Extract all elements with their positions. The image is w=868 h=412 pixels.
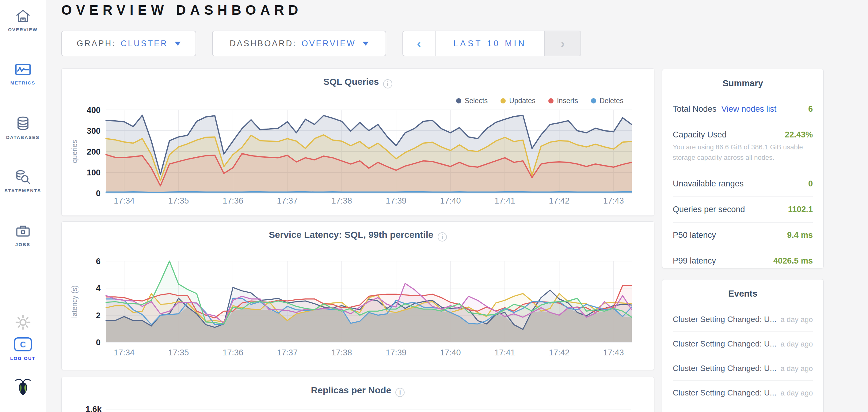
dashboard-dropdown-label: DASHBOARD: <box>229 39 297 48</box>
event-row: Cluster Setting Changed: U...a day ago <box>673 307 813 332</box>
svg-text:17:37: 17:37 <box>277 348 298 357</box>
settings-gear-icon[interactable] <box>0 315 46 330</box>
sidebar-item-label: OVERVIEW <box>8 27 38 32</box>
events-panel: Events Cluster Setting Changed: U...a da… <box>662 279 824 412</box>
events-title: Events <box>673 279 813 299</box>
legend-item-deletes: Deletes <box>591 97 623 105</box>
event-time: a day ago <box>781 364 813 373</box>
summary-row-p50: P50 latency 9.4 ms <box>673 222 813 248</box>
svg-text:17:43: 17:43 <box>603 348 624 357</box>
event-time: a day ago <box>781 389 813 397</box>
qps-label: Queries per second <box>673 205 745 214</box>
time-range-prev-button[interactable]: ‹ <box>403 31 436 56</box>
time-range-selector: ‹ LAST 10 MIN › <box>402 31 581 56</box>
legend-dot-icon <box>591 98 596 103</box>
event-row: Cluster Setting Changed: U...a day ago <box>673 381 813 405</box>
chevron-down-icon <box>363 42 369 45</box>
sidebar-item-jobs[interactable]: JOBS <box>0 224 46 247</box>
metrics-chart-icon <box>15 63 31 76</box>
info-icon[interactable]: i <box>438 232 447 241</box>
svg-text:17:35: 17:35 <box>168 196 189 205</box>
legend-dot-icon <box>456 98 461 103</box>
svg-text:latency (s): latency (s) <box>70 285 79 318</box>
logout-cockroach-c-icon: C <box>13 337 32 352</box>
unavailable-ranges-value: 0 <box>808 179 813 188</box>
chevron-right-icon: › <box>561 37 564 49</box>
home-icon <box>15 8 31 23</box>
sql-queries-chart[interactable]: 17:3417:3517:3617:3717:3817:3917:4017:41… <box>62 106 644 207</box>
graph-dropdown-value: CLUSTER <box>121 39 168 48</box>
event-time: a day ago <box>781 315 813 324</box>
logout-label: LOG OUT <box>10 356 35 361</box>
svg-text:17:41: 17:41 <box>494 348 515 357</box>
view-nodes-list-link[interactable]: View nodes list <box>721 104 777 114</box>
dashboard-dropdown[interactable]: DASHBOARD: OVERVIEW <box>212 31 386 56</box>
svg-text:17:39: 17:39 <box>385 348 406 357</box>
legend-label: Selects <box>465 97 488 105</box>
sidebar-item-databases[interactable]: DATABASES <box>0 116 46 140</box>
legend-label: Updates <box>509 97 535 105</box>
summary-row-qps: Queries per second 1102.1 <box>673 197 813 222</box>
info-icon[interactable]: i <box>395 388 405 397</box>
cockroach-logo <box>0 378 46 397</box>
dashboard-dropdown-value: OVERVIEW <box>302 39 356 48</box>
chart-title-row: SQL Queriesi <box>62 76 654 89</box>
replicas-y-tick: 1.6k <box>86 405 102 412</box>
capacity-used-value: 22.43% <box>785 130 813 140</box>
event-row: Cluster Setting Changed: U...a day ago <box>673 405 813 412</box>
sidebar-item-overview[interactable]: OVERVIEW <box>0 8 46 32</box>
chart-title-row: Service Latency: SQL, 99th percentilei <box>62 230 654 241</box>
legend-label: Inserts <box>557 97 578 105</box>
legend-item-inserts: Inserts <box>548 97 578 105</box>
svg-text:17:38: 17:38 <box>331 348 352 357</box>
info-icon[interactable]: i <box>383 79 392 89</box>
svg-text:100: 100 <box>87 168 100 177</box>
svg-text:17:36: 17:36 <box>222 196 243 205</box>
event-time: a day ago <box>781 340 813 348</box>
svg-text:4: 4 <box>96 284 100 293</box>
total-nodes-value: 6 <box>808 104 813 114</box>
graph-scope-dropdown[interactable]: GRAPH: CLUSTER <box>61 31 196 56</box>
sidebar-item-statements[interactable]: STATEMENTS <box>0 170 46 193</box>
sidebar-item-label: DATABASES <box>6 135 39 140</box>
page-title: OVERVIEW DASHBOARD <box>61 2 303 18</box>
main-content: OVERVIEW DASHBOARD GRAPH: CLUSTER DASHBO… <box>46 0 868 412</box>
svg-text:17:34: 17:34 <box>114 348 134 357</box>
sidebar-item-label: JOBS <box>15 242 30 247</box>
sql-queries-legend: SelectsUpdatesInsertsDeletes <box>456 97 623 105</box>
svg-text:300: 300 <box>87 127 100 136</box>
time-range-value[interactable]: LAST 10 MIN <box>436 31 544 56</box>
svg-text:0: 0 <box>96 189 100 198</box>
total-nodes-label: Total Nodes <box>673 104 717 114</box>
qps-value: 1102.1 <box>788 205 813 214</box>
p99-latency-value: 4026.5 ms <box>773 256 813 266</box>
svg-text:0: 0 <box>96 338 100 347</box>
sql-queries-card: SQL Queriesi SelectsUpdatesInsertsDelete… <box>61 68 654 216</box>
sidebar-item-logout[interactable]: C LOG OUT <box>0 337 46 361</box>
svg-text:17:36: 17:36 <box>222 348 243 357</box>
legend-item-selects: Selects <box>456 97 488 105</box>
p99-latency-label: P99 latency <box>673 256 716 266</box>
replicas-per-node-card: Replicas per Nodei 1.6k <box>61 377 654 412</box>
service-latency-chart[interactable]: 17:3417:3517:3617:3717:3817:3917:4017:41… <box>62 252 644 359</box>
chevron-left-icon: ‹ <box>417 37 421 49</box>
time-range-next-button[interactable]: › <box>544 31 581 56</box>
app-window: OVERVIEW METRICS DATABASES <box>0 0 868 412</box>
sidebar-item-metrics[interactable]: METRICS <box>0 63 46 85</box>
service-latency-card: Service Latency: SQL, 99th percentilei 1… <box>61 221 654 370</box>
briefcase-icon <box>15 224 31 238</box>
chevron-down-icon <box>175 42 181 45</box>
unavailable-ranges-label: Unavailable ranges <box>673 179 744 188</box>
summary-row-unavailable-ranges: Unavailable ranges 0 <box>673 171 813 197</box>
event-row: Cluster Setting Changed: U...a day ago <box>673 356 813 381</box>
sidebar-item-label: METRICS <box>10 80 36 85</box>
svg-text:17:43: 17:43 <box>603 196 624 205</box>
summary-row-p99: P99 latency 4026.5 ms <box>673 248 813 274</box>
svg-text:C: C <box>20 340 26 349</box>
svg-text:queries: queries <box>70 140 79 163</box>
graph-dropdown-label: GRAPH: <box>76 39 116 48</box>
svg-text:17:35: 17:35 <box>168 348 189 357</box>
legend-dot-icon <box>548 98 554 103</box>
svg-text:17:40: 17:40 <box>440 348 461 357</box>
sql-queries-title: SQL Queries <box>323 76 379 87</box>
